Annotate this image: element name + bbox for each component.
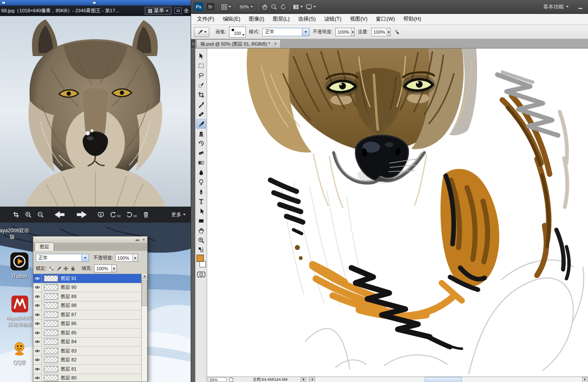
desktop-icon-maya-bilingual[interactable]: Maya2009双语版 — [0, 228, 30, 240]
layer-row[interactable]: 图层 88 — [33, 301, 141, 311]
opacity-input[interactable]: 100% — [115, 254, 138, 262]
crop-tool[interactable] — [196, 90, 206, 100]
visibility-eye-icon[interactable] — [33, 347, 42, 355]
menu-item-7[interactable]: 窗口(W) — [372, 14, 399, 24]
next-button[interactable] — [76, 210, 89, 219]
layer-thumbnail[interactable] — [44, 293, 58, 300]
swap-colors-icon[interactable] — [198, 246, 204, 254]
layer-row[interactable]: 图层 91 — [33, 274, 141, 283]
visibility-eye-icon[interactable] — [33, 301, 42, 310]
healing-brush-tool[interactable] — [196, 109, 206, 119]
blend-mode-select[interactable]: 正常 — [36, 254, 89, 262]
layer-thumbnail[interactable] — [44, 348, 58, 354]
view-extras-button[interactable] — [221, 4, 231, 10]
horizontal-scrollbar[interactable] — [309, 377, 588, 382]
menu-item-2[interactable]: 图像(I) — [245, 14, 269, 24]
flow-slider-arrow[interactable] — [387, 28, 390, 36]
visibility-eye-icon[interactable] — [33, 338, 42, 347]
layer-row[interactable]: 图层 87 — [33, 310, 141, 320]
layer-thumbnail[interactable] — [44, 366, 58, 372]
tab-close-button[interactable]: × — [274, 41, 277, 46]
layer-row[interactable]: 图层 80 — [33, 374, 141, 382]
menu-item-4[interactable]: 选择(S) — [294, 14, 320, 24]
rotate-left-button[interactable]: 90 — [110, 211, 121, 218]
shape-tool[interactable] — [196, 216, 206, 226]
move-tool[interactable] — [196, 51, 206, 61]
status-zoom-input[interactable]: 50% — [208, 377, 227, 382]
visibility-eye-icon[interactable] — [33, 283, 42, 292]
lasso-tool[interactable] — [196, 70, 206, 80]
bridge-button[interactable]: Br — [206, 3, 215, 11]
zoom-level-field[interactable]: 50% — [237, 3, 255, 11]
tool-preset-picker[interactable] — [194, 27, 209, 37]
crop-button[interactable] — [13, 211, 19, 218]
menu-item-5[interactable]: 滤镜(T) — [320, 14, 345, 24]
fill-slider-arrow[interactable] — [111, 265, 116, 272]
layer-thumbnail[interactable] — [44, 357, 58, 363]
desktop-icon-itudou[interactable]: iTudou — [6, 252, 33, 280]
scroll-right-button[interactable] — [582, 377, 588, 382]
arrange-documents-button[interactable] — [293, 4, 303, 10]
lock-pixels-button[interactable] — [56, 266, 62, 272]
scrollbar-thumb[interactable] — [142, 280, 147, 306]
layer-row[interactable]: 图层 89 — [33, 292, 141, 301]
layer-thumbnail[interactable] — [44, 330, 58, 336]
pen-tool[interactable] — [196, 187, 206, 196]
visibility-eye-icon[interactable] — [33, 292, 42, 301]
menu-item-3[interactable]: 图层(L) — [268, 14, 294, 24]
delete-button[interactable] — [143, 211, 149, 218]
layer-thumbnail[interactable] — [44, 339, 58, 345]
dropdown-arrow-icon[interactable] — [302, 28, 309, 36]
hand-tool[interactable] — [196, 226, 206, 235]
airbrush-icon[interactable] — [394, 29, 400, 35]
zoom-in-button[interactable] — [25, 211, 32, 218]
dodge-tool[interactable] — [196, 177, 206, 187]
menu-item-1[interactable]: 编辑(E) — [218, 14, 245, 24]
viewer-fullscreen-button[interactable]: 全 — [184, 7, 189, 14]
more-button[interactable]: 更多 — [171, 211, 186, 218]
desktop-icon-maya-green[interactable]: Maya2009万 汉化绿色版 — [5, 295, 35, 327]
clone-stamp-tool[interactable] — [196, 129, 206, 138]
scroll-left-button[interactable] — [309, 377, 315, 382]
lock-position-button[interactable] — [63, 266, 69, 272]
layer-thumbnail[interactable] — [44, 284, 58, 291]
visibility-eye-icon[interactable] — [33, 320, 42, 328]
zoom-tool[interactable] — [196, 235, 206, 245]
eyedropper-tool[interactable] — [196, 100, 206, 109]
menu-item-8[interactable]: 帮助(H) — [399, 14, 425, 24]
layer-thumbnail[interactable] — [44, 375, 58, 381]
lock-transparency-button[interactable] — [49, 266, 54, 272]
path-select-tool[interactable] — [196, 206, 206, 216]
fill-input[interactable]: 100% — [94, 264, 117, 272]
quick-mask-button[interactable] — [197, 272, 205, 279]
background-color-swatch[interactable] — [200, 261, 206, 267]
viewer-restore-button[interactable] — [174, 8, 182, 14]
dropdown-arrow-icon[interactable] — [81, 254, 89, 261]
rotate-view-button[interactable] — [280, 4, 286, 10]
collapse-dock-button[interactable] — [191, 39, 195, 48]
visibility-eye-icon[interactable] — [33, 356, 42, 365]
status-expand-button[interactable] — [301, 377, 306, 382]
layer-row[interactable]: 图层 86 — [33, 320, 141, 329]
tab-layers[interactable]: 图层 — [35, 242, 54, 251]
history-brush-tool[interactable] — [196, 138, 206, 148]
desktop-icon-qq-tang[interactable]: QQ堂 — [7, 341, 32, 366]
layer-row[interactable]: 图层 85 — [33, 328, 141, 338]
gradient-tool[interactable] — [196, 158, 206, 167]
layer-thumbnail[interactable] — [44, 320, 58, 327]
layer-row[interactable]: 图层 82 — [33, 356, 141, 365]
marquee-tool[interactable] — [196, 61, 206, 70]
previous-button[interactable] — [52, 210, 65, 219]
menu-item-6[interactable]: 视图(V) — [345, 14, 372, 24]
layer-row[interactable]: 图层 83 — [33, 347, 141, 356]
rotate-right-button[interactable]: 90 — [126, 211, 137, 218]
brush-tool[interactable] — [196, 119, 206, 129]
document-tab[interactable]: 狼.psd @ 50% (图层 91, RGB/8) * × — [196, 39, 281, 48]
panel-collapse-icon[interactable]: ◂◂ — [135, 238, 139, 242]
visibility-eye-icon[interactable] — [33, 310, 42, 319]
opacity-input[interactable]: 100% — [335, 28, 355, 36]
layer-row[interactable]: 图层 84 — [33, 338, 141, 347]
hand-tool-button[interactable] — [262, 4, 268, 10]
blend-mode-dropdown[interactable]: 正常 — [262, 28, 310, 36]
visibility-eye-icon[interactable] — [33, 274, 42, 283]
